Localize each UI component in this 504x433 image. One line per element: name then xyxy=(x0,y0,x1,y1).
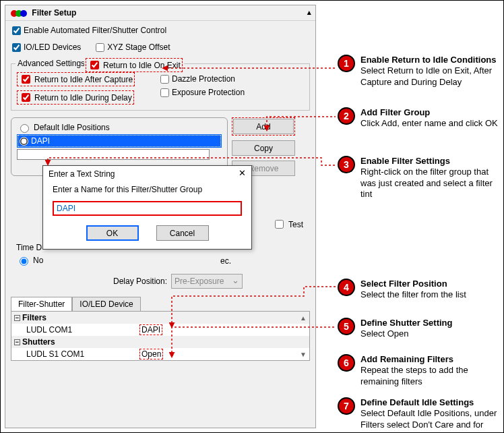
idle-delay-label: Return to Idle During Delay xyxy=(34,93,132,103)
dazzle-label: Dazzle Protection xyxy=(172,74,235,84)
collapse-caret-icon[interactable]: ▴ xyxy=(307,8,311,17)
note-1-title: Enable Return to Idle Conditions xyxy=(360,55,501,65)
filter-shutter-table: −Filters ▲ LUDL COM1 DAPI −Shutters LUDL… xyxy=(11,311,310,361)
step-5-badge: 5 xyxy=(338,318,355,335)
idle-blank-slot[interactable] xyxy=(17,149,210,160)
filters-header: −Filters ▲ xyxy=(11,312,309,324)
dialog-title: Filter Setup xyxy=(32,8,76,18)
filter-name-input[interactable] xyxy=(53,201,242,216)
table-row[interactable]: LUDL COM1 DAPI xyxy=(11,324,309,336)
scroll-down-icon[interactable]: ▼ xyxy=(297,351,309,358)
default-idle-radio[interactable]: Default Idle Positions xyxy=(17,122,222,133)
note-5-text: Select Open xyxy=(360,328,409,339)
test-label: Test xyxy=(288,220,303,229)
ok-button[interactable]: OK xyxy=(86,225,139,241)
collapse-icon[interactable]: − xyxy=(14,339,20,345)
note-5-title: Define Shutter Setting xyxy=(360,318,453,328)
note-4-title: Select Filter Position xyxy=(360,279,466,289)
device-tabs: Filter-Shutter IO/LED Device −Filters ▲ … xyxy=(11,297,310,361)
idle-exit-highlight: Return to Idle On Exit xyxy=(86,58,183,72)
idle-delay-highlight: Return to Idle During Delay xyxy=(17,90,134,105)
table-row[interactable]: LUDL S1 COM1 Open ▼ xyxy=(11,348,309,360)
tab-io-led[interactable]: IO/LED Device xyxy=(72,297,140,311)
default-idle-input[interactable] xyxy=(20,124,29,133)
note-2-title: Add Filter Group xyxy=(360,107,498,118)
note-2-text: Click Add, enter name and click OK xyxy=(360,118,498,128)
dazzle-input[interactable] xyxy=(160,75,169,84)
modal-prompt: Enter a Name for this Filter/Shutter Gro… xyxy=(53,185,242,194)
idle-capture-checkbox[interactable] xyxy=(22,75,30,84)
shutters-header: −Shutters xyxy=(11,336,309,348)
dapi-radio-row[interactable]: DAPI xyxy=(18,135,221,147)
xyz-offset-input[interactable] xyxy=(96,43,104,52)
io-led-input[interactable] xyxy=(12,43,21,52)
delay-position-row: Delay Position: Pre-Exposure xyxy=(113,274,243,289)
dialog-title-bar: Filter Setup ▴ xyxy=(5,5,315,21)
close-icon[interactable]: ✕ xyxy=(235,168,249,180)
step-7-badge: 7 xyxy=(338,397,355,415)
step-3-badge: 3 xyxy=(338,156,355,173)
text-string-modal: Enter a Text String ✕ Enter a Name for t… xyxy=(42,165,252,250)
modal-title-bar: Enter a Text String ✕ xyxy=(43,166,251,182)
add-button[interactable]: Add xyxy=(233,119,294,134)
note-6-title: Add Remaining Filters xyxy=(360,354,501,365)
dapi-highlight: DAPI xyxy=(17,134,222,148)
collapse-icon[interactable]: − xyxy=(14,315,20,321)
exposure-input[interactable] xyxy=(160,88,169,97)
idle-delay-checkbox[interactable] xyxy=(22,93,30,102)
advanced-legend: Advanced Settings xyxy=(15,59,87,68)
enable-auto-label: Enable Automated Filter/Shutter Control xyxy=(24,26,166,35)
shutters-header-label: Shutters xyxy=(22,337,55,347)
xyz-offset-checkbox[interactable]: XYZ Stage Offset xyxy=(96,42,170,52)
idle-exit-label: Return to Idle On Exit xyxy=(103,61,181,70)
ludl-com1-label: LUDL COM1 xyxy=(26,325,72,335)
copy-button[interactable]: Copy xyxy=(232,140,295,156)
filter-pos-value: DAPI xyxy=(141,325,160,335)
time-d-fragment: Time D No xyxy=(16,243,43,266)
scroll-up-icon[interactable]: ▲ xyxy=(297,314,309,322)
idle-exit-checkbox[interactable] xyxy=(90,61,99,69)
delay-combo[interactable]: Pre-Exposure xyxy=(171,274,243,289)
cancel-button[interactable]: Cancel xyxy=(156,225,209,241)
dapi-input[interactable] xyxy=(20,137,28,146)
modal-title: Enter a Text String xyxy=(49,169,115,179)
advanced-groupbox: Advanced Settings Return to Idle On Exit… xyxy=(11,63,310,111)
note-3-title: Enable Filter Settings xyxy=(360,156,501,167)
no-radio[interactable]: No xyxy=(16,255,43,266)
xyz-offset-label: XYZ Stage Offset xyxy=(107,42,170,52)
step-6-badge: 6 xyxy=(338,354,355,372)
test-checkbox[interactable]: Test xyxy=(272,218,303,231)
enable-auto-input[interactable] xyxy=(12,26,21,35)
note-3-text: Right-click on the filter group that was… xyxy=(360,167,493,199)
filters-header-label: Filters xyxy=(22,313,46,322)
idle-capture-highlight: Return to Idle After Capture xyxy=(17,72,135,86)
ludl-s1-label: LUDL S1 COM1 xyxy=(26,349,84,359)
delay-combo-value: Pre-Exposure xyxy=(175,277,224,286)
exposure-label: Exposure Protection xyxy=(172,88,245,97)
io-led-checkbox[interactable]: IO/LED Devices xyxy=(12,42,81,52)
note-7-title: Define Default Idle Settings xyxy=(360,397,501,408)
enable-auto-checkbox[interactable]: Enable Automated Filter/Shutter Control xyxy=(12,26,309,35)
dapi-label: DAPI xyxy=(31,136,50,146)
step-2-badge: 2 xyxy=(338,107,355,125)
tab-filter-shutter[interactable]: Filter-Shutter xyxy=(11,297,72,311)
app-icon-dot-blue xyxy=(20,10,27,17)
delay-label: Delay Position: xyxy=(113,277,167,286)
default-idle-label: Default Idle Positions xyxy=(34,123,110,132)
step-4-badge: 4 xyxy=(338,279,355,296)
test-input[interactable] xyxy=(275,220,284,229)
no-radio-label: No xyxy=(33,256,43,265)
no-radio-input[interactable] xyxy=(20,257,28,266)
idle-capture-label: Return to Idle After Capture xyxy=(34,75,133,84)
filter-setup-dialog: Filter Setup ▴ Enable Automated Filter/S… xyxy=(5,5,316,428)
note-7-text: Select Default Idle Positions, under Fil… xyxy=(360,408,497,433)
dazzle-checkbox[interactable]: Dazzle Protection xyxy=(160,74,304,84)
note-1-text: Select Return to Idle on Exit, After Cap… xyxy=(360,65,492,86)
io-led-label: IO/LED Devices xyxy=(24,42,81,52)
step-1-badge: 1 xyxy=(338,55,355,72)
shutter-value: Open xyxy=(141,349,161,359)
sec-fragment: ec. xyxy=(220,256,231,266)
exposure-checkbox[interactable]: Exposure Protection xyxy=(160,88,304,97)
note-6-text: Repeat the steps to add the remaining fi… xyxy=(360,365,468,386)
note-4-text: Select the filter from the list xyxy=(360,289,466,299)
